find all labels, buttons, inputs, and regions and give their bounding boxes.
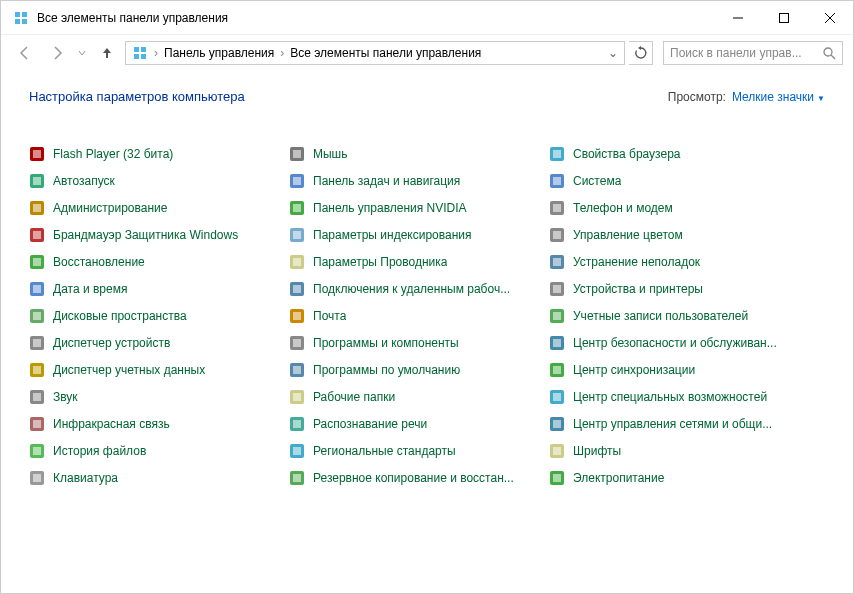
item-icon (289, 443, 305, 459)
svg-rect-27 (33, 204, 41, 212)
control-panel-item[interactable]: История файлов (29, 441, 269, 461)
control-panel-item[interactable]: Администрирование (29, 198, 269, 218)
item-icon (289, 281, 305, 297)
item-label: Брандмауэр Защитника Windows (53, 228, 238, 242)
items-grid: Flash Player (32 бита)МышьСвойства брауз… (29, 144, 825, 488)
svg-rect-23 (293, 177, 301, 185)
control-panel-item[interactable]: Параметры Проводника (289, 252, 529, 272)
svg-rect-9 (141, 47, 146, 52)
window-title: Все элементы панели управления (37, 11, 228, 25)
control-panel-item[interactable]: Звук (29, 387, 269, 407)
recent-dropdown[interactable] (75, 39, 89, 67)
control-panel-item[interactable]: Дисковые пространства (29, 306, 269, 326)
search-icon[interactable] (823, 47, 836, 60)
control-panel-item[interactable]: Учетные записи пользователей (549, 306, 789, 326)
control-panel-item[interactable]: Центр специальных возможностей (549, 387, 789, 407)
svg-rect-75 (33, 420, 41, 428)
item-label: Диспетчер учетных данных (53, 363, 205, 377)
control-panel-item[interactable]: Распознавание речи (289, 414, 529, 434)
control-panel-window: Все элементы панели управления › Панель … (0, 0, 854, 594)
chevron-right-icon[interactable]: › (154, 46, 158, 60)
item-label: Flash Player (32 бита) (53, 147, 173, 161)
item-icon (289, 362, 305, 378)
item-icon (549, 308, 565, 324)
item-label: Мышь (313, 147, 348, 161)
control-panel-item[interactable]: Мышь (289, 144, 529, 164)
content-area: Настройка параметров компьютера Просмотр… (1, 71, 853, 593)
control-panel-item[interactable]: Региональные стандарты (289, 441, 529, 461)
search-box[interactable] (663, 41, 843, 65)
control-panel-item[interactable]: Почта (289, 306, 529, 326)
control-panel-item[interactable]: Программы по умолчанию (289, 360, 529, 380)
control-panel-item[interactable]: Свойства браузера (549, 144, 789, 164)
control-panel-item[interactable]: Инфракрасная связь (29, 414, 269, 434)
control-panel-item[interactable]: Резервное копирование и восстан... (289, 468, 529, 488)
control-panel-item[interactable]: Центр управления сетями и общи... (549, 414, 789, 434)
item-label: Телефон и модем (573, 201, 673, 215)
svg-rect-91 (553, 474, 561, 482)
search-input[interactable] (670, 46, 819, 60)
item-icon (549, 146, 565, 162)
svg-rect-79 (553, 420, 561, 428)
window-icon (13, 10, 29, 26)
control-panel-item[interactable]: Параметры индексирования (289, 225, 529, 245)
control-panel-item[interactable]: Дата и время (29, 279, 269, 299)
control-panel-item[interactable]: Электропитание (549, 468, 789, 488)
forward-button[interactable] (43, 39, 71, 67)
item-icon (549, 281, 565, 297)
up-button[interactable] (93, 39, 121, 67)
heading-row: Настройка параметров компьютера Просмотр… (29, 89, 825, 104)
back-button[interactable] (11, 39, 39, 67)
item-label: История файлов (53, 444, 146, 458)
svg-rect-43 (553, 258, 561, 266)
svg-rect-63 (33, 366, 41, 374)
item-label: Параметры Проводника (313, 255, 447, 269)
control-panel-item[interactable]: Панель управления NVIDIA (289, 198, 529, 218)
item-icon (29, 389, 45, 405)
maximize-button[interactable] (761, 1, 807, 35)
item-label: Центр безопасности и обслуживан... (573, 336, 777, 350)
view-value: Мелкие значки (732, 90, 814, 104)
control-panel-item[interactable]: Автозапуск (29, 171, 269, 191)
item-icon (289, 416, 305, 432)
navbar: › Панель управления › Все элементы панел… (1, 35, 853, 71)
item-icon (289, 335, 305, 351)
control-panel-item[interactable]: Панель задач и навигация (289, 171, 529, 191)
item-icon (549, 362, 565, 378)
control-panel-item[interactable]: Рабочие папки (289, 387, 529, 407)
close-button[interactable] (807, 1, 853, 35)
chevron-right-icon[interactable]: › (280, 46, 284, 60)
control-panel-item[interactable]: Брандмауэр Защитника Windows (29, 225, 269, 245)
item-label: Диспетчер устройств (53, 336, 170, 350)
minimize-button[interactable] (715, 1, 761, 35)
svg-rect-35 (293, 231, 301, 239)
item-icon (549, 200, 565, 216)
control-panel-item[interactable]: Клавиатура (29, 468, 269, 488)
svg-rect-25 (553, 177, 561, 185)
control-panel-item[interactable]: Телефон и модем (549, 198, 789, 218)
control-panel-item[interactable]: Диспетчер устройств (29, 333, 269, 353)
item-label: Параметры индексирования (313, 228, 471, 242)
address-dropdown-icon[interactable]: ⌄ (604, 46, 622, 60)
control-panel-item[interactable]: Центр синхронизации (549, 360, 789, 380)
item-label: Резервное копирование и восстан... (313, 471, 514, 485)
control-panel-item[interactable]: Устранение неполадок (549, 252, 789, 272)
control-panel-item[interactable]: Центр безопасности и обслуживан... (549, 333, 789, 353)
control-panel-item[interactable]: Подключения к удаленным рабоч... (289, 279, 529, 299)
control-panel-item[interactable]: Управление цветом (549, 225, 789, 245)
breadcrumb-current[interactable]: Все элементы панели управления (286, 44, 485, 62)
view-dropdown[interactable]: Мелкие значки▼ (732, 90, 825, 104)
control-panel-item[interactable]: Система (549, 171, 789, 191)
svg-rect-15 (33, 150, 41, 158)
control-panel-item[interactable]: Шрифты (549, 441, 789, 461)
control-panel-item[interactable]: Диспетчер учетных данных (29, 360, 269, 380)
item-icon (29, 173, 45, 189)
control-panel-item[interactable]: Flash Player (32 бита) (29, 144, 269, 164)
control-panel-item[interactable]: Восстановление (29, 252, 269, 272)
breadcrumb-root[interactable]: Панель управления (160, 44, 278, 62)
control-panel-item[interactable]: Устройства и принтеры (549, 279, 789, 299)
refresh-button[interactable] (629, 41, 653, 65)
control-panel-item[interactable]: Программы и компоненты (289, 333, 529, 353)
addressbar[interactable]: › Панель управления › Все элементы панел… (125, 41, 625, 65)
item-icon (29, 227, 45, 243)
